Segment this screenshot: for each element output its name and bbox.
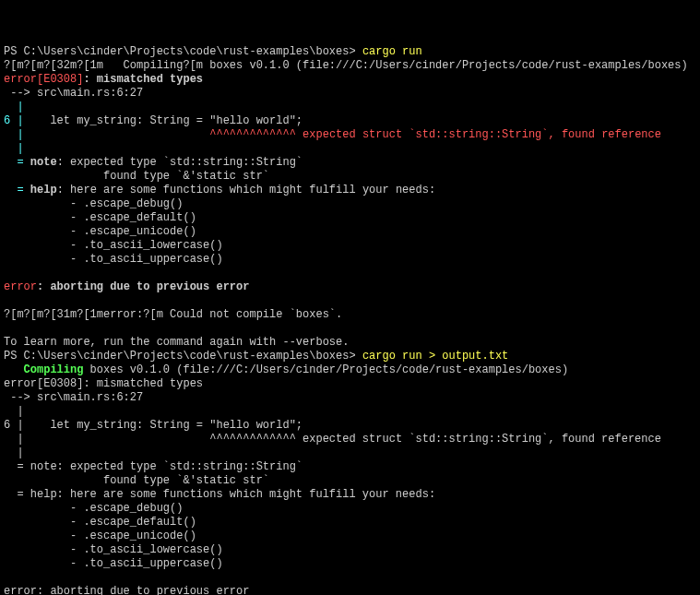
note-eq: = [4, 156, 30, 169]
help-label: help [30, 184, 57, 196]
prompt-path: PS C:\Users\cinder\Projects\code\rust-ex… [4, 350, 362, 363]
error-title: : mismatched types [83, 73, 203, 86]
note-eq: = [4, 184, 30, 196]
error-code: error[E0308] [4, 73, 83, 86]
error-word: error [4, 280, 37, 293]
help-line: = help: here are some functions which mi… [4, 488, 435, 501]
caret: ^^^^^^^^^^^^^ [209, 128, 296, 141]
command: cargo run [362, 45, 422, 58]
error-location: --> src\main.rs:6:27 [4, 87, 143, 100]
learn-more: To learn more, run the command again wit… [4, 336, 349, 349]
note-text2: found type `&'static str` [4, 170, 269, 183]
suggestion: - .escape_default() [4, 516, 196, 529]
suggestion: - .escape_debug() [4, 197, 183, 210]
gutter: | [4, 128, 24, 141]
gutter: | [4, 433, 24, 446]
note-line2: found type `&'static str` [4, 474, 269, 487]
note-text: : expected type `std::string::String` [57, 156, 303, 169]
suggestion: - .to_ascii_lowercase() [4, 543, 223, 556]
caret-msg: expected struct `std::string::String`, f… [296, 128, 661, 141]
abort-line: error: aborting due to previous error [4, 585, 249, 595]
abort-msg: : aborting due to previous error [37, 280, 249, 293]
ansi-garbled-line: ?[m?[m?[32m?[1m Compiling?[m boxes v0.1.… [4, 59, 688, 72]
prompt-path: PS C:\Users\cinder\Projects\code\rust-ex… [4, 45, 362, 58]
command: cargo run > output.txt [362, 350, 508, 363]
gutter: | [4, 142, 24, 155]
terminal-output: PS C:\Users\cinder\Projects\code\rust-ex… [4, 45, 696, 595]
gutter: | [4, 101, 24, 113]
suggestion: - .escape_unicode() [4, 225, 196, 238]
compiling-label: Compiling [4, 363, 83, 376]
error-line: error[E0308]: mismatched types [4, 377, 203, 390]
gutter-line: 6 | [4, 419, 24, 432]
note-label: note [30, 156, 57, 169]
gutter: | [4, 405, 24, 418]
source-line: let my_string: String = "hello world"; [24, 114, 303, 127]
suggestion: - .escape_default() [4, 211, 196, 224]
caret-pad [24, 128, 210, 141]
error-location: --> src\main.rs:6:27 [4, 391, 143, 404]
help-text: : here are some functions which might fu… [57, 184, 435, 196]
caret-line: ^^^^^^^^^^^^^ expected struct `std::stri… [24, 433, 661, 446]
suggestion: - .escape_debug() [4, 502, 183, 515]
suggestion: - .to_ascii_uppercase() [4, 253, 223, 266]
gutter: | [4, 446, 24, 459]
suggestion: - .to_ascii_lowercase() [4, 239, 223, 252]
source-line: let my_string: String = "hello world"; [24, 419, 303, 432]
suggestion: - .to_ascii_uppercase() [4, 557, 223, 570]
note-line: = note: expected type `std::string::Stri… [4, 460, 303, 473]
compiling-target: boxes v0.1.0 (file:///C:/Users/cinder/Pr… [83, 363, 568, 376]
ansi-garbled-line: ?[m?[m?[31m?[1merror:?[m Could not compi… [4, 308, 342, 321]
suggestion: - .escape_unicode() [4, 530, 196, 542]
gutter: | [10, 114, 23, 127]
